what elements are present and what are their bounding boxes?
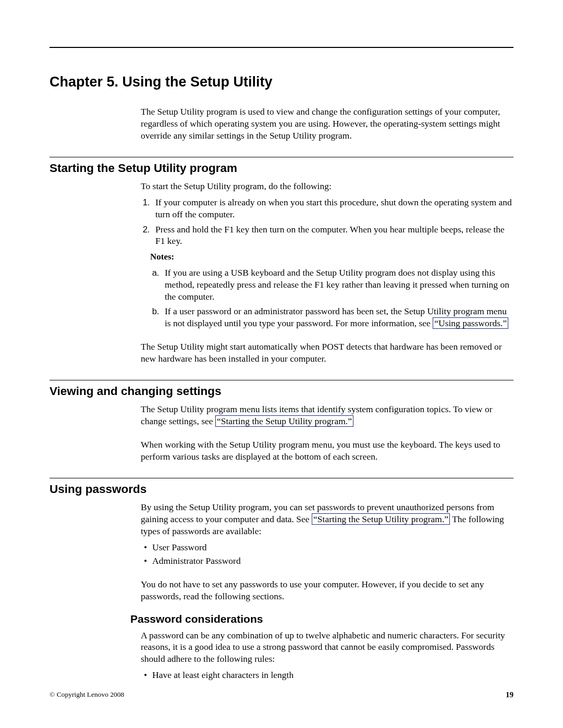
subsection-password-considerations-body: A password can be any combination of up … [141,630,513,681]
viewing-p2: When working with the Setup Utility prog… [141,439,513,463]
chapter-title: Chapter 5. Using the Setup Utility [50,74,513,90]
viewing-p1: The Setup Utility program menu lists ite… [141,403,513,427]
passwords-p1: By using the Setup Utility program, you … [141,501,513,537]
considerations-p1: A password can be any combination of up … [141,630,513,665]
starting-steps: If your computer is already on when you … [141,196,513,247]
xref-starting-setup-utility[interactable]: “Starting the Setup Utility program.” [215,415,353,427]
list-item: Have at least eight characters in length [143,669,513,681]
top-horizontal-rule [50,47,513,48]
chapter-intro: The Setup Utility program is used to vie… [141,106,513,141]
list-item: Administrator Password [143,555,513,567]
list-item: If a user password or an administrator p… [162,305,513,329]
section-heading-starting: Starting the Setup Utility program [50,162,513,175]
section-divider [50,380,513,380]
footer-page-number: 19 [506,690,513,699]
list-item: User Password [143,541,513,553]
section-viewing-body: The Setup Utility program menu lists ite… [141,403,513,462]
xref-using-passwords[interactable]: “Using passwords.” [433,317,508,329]
section-divider [50,157,513,157]
password-types-list: User Password Administrator Password [141,541,513,567]
list-item: If your computer is already on when you … [152,196,513,220]
document-page: Chapter 5. Using the Setup Utility The S… [0,0,563,728]
notes-list: If you are using a USB keyboard and the … [150,267,513,329]
page-footer: © Copyright Lenovo 2008 19 [50,690,513,699]
list-item: Press and hold the F1 key then turn on t… [152,224,513,248]
starting-after-paragraph: The Setup Utility might start automatica… [141,341,513,365]
section-heading-viewing: Viewing and changing settings [50,385,513,398]
intro-paragraph: The Setup Utility program is used to vie… [141,106,513,141]
section-divider [50,478,513,478]
footer-copyright: © Copyright Lenovo 2008 [50,690,124,699]
list-item: If you are using a USB keyboard and the … [162,267,513,302]
xref-starting-setup-utility-2[interactable]: “Starting the Setup Utility program.” [312,513,450,525]
section-heading-passwords: Using passwords [50,483,513,496]
considerations-bullets: Have at least eight characters in length [141,669,513,681]
section-passwords-body: By using the Setup Utility program, you … [141,501,513,602]
notes-label: Notes: [150,251,513,263]
passwords-p2: You do not have to set any passwords to … [141,578,513,602]
section-starting-body: To start the Setup Utility program, do t… [141,180,513,364]
starting-lead: To start the Setup Utility program, do t… [141,180,513,192]
subsection-heading-password-considerations: Password considerations [130,613,513,625]
